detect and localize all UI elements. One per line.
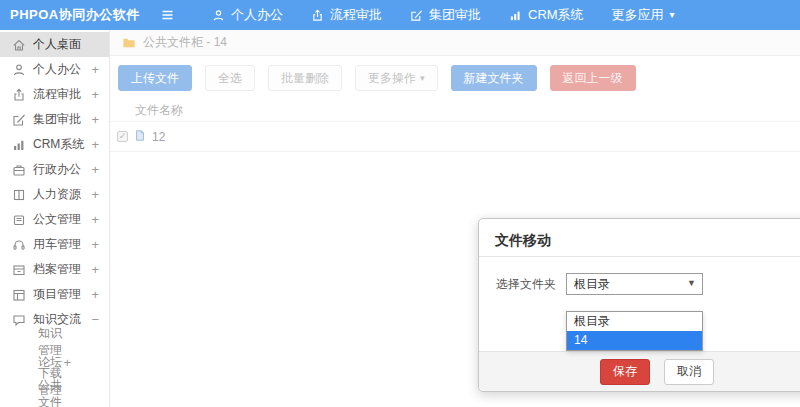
- nav-group-approval[interactable]: 集团审批: [396, 0, 495, 30]
- cancel-button[interactable]: 取消: [664, 359, 714, 385]
- row-checkbox-checked[interactable]: ✓: [117, 131, 128, 142]
- headset-icon: [12, 238, 26, 252]
- nav-crm-system[interactable]: CRM系统: [495, 0, 598, 30]
- edit-icon: [410, 9, 423, 22]
- select-caret-icon: ▼: [687, 278, 696, 288]
- edit-icon: [12, 113, 26, 127]
- select-all-button[interactable]: 全选: [205, 65, 255, 91]
- sidebar-subitem-knowledge-mgmt[interactable]: 知识管理: [0, 332, 109, 352]
- nav-more-apps[interactable]: 更多应用 ▾: [598, 0, 689, 30]
- briefcase-icon: [12, 163, 26, 177]
- upload-file-button[interactable]: 上传文件: [118, 65, 192, 91]
- folder-icon: [122, 36, 136, 49]
- share-upload-icon: [311, 9, 324, 22]
- sidebar-subitem-public-file-cabinet[interactable]: 公共文件柜: [0, 392, 109, 407]
- dialog-title: 文件移动: [495, 232, 551, 248]
- dialog-footer: 保存 取消: [479, 351, 800, 391]
- share-upload-icon: [12, 88, 26, 102]
- folder-select[interactable]: 根目录 ▼: [566, 273, 703, 295]
- caret-down-icon: ▾: [420, 74, 425, 83]
- sidebar-item-hr[interactable]: 人力资源 +: [0, 182, 109, 207]
- option-14[interactable]: 14: [567, 331, 702, 350]
- nav-personal-office[interactable]: 个人办公: [198, 0, 297, 30]
- app-logo: PHPOA协同办公软件: [0, 6, 148, 24]
- home-icon: [12, 38, 26, 52]
- breadcrumb-text: 公共文件柜 - 14: [143, 34, 227, 51]
- sidebar-item-personal-desktop[interactable]: 个人桌面: [0, 32, 109, 57]
- bar-chart-icon: [12, 138, 26, 152]
- top-navigation: 个人办公 流程审批 集团审批 CRM系统 更多应用 ▾: [198, 0, 689, 30]
- sidebar-item-document-mgmt[interactable]: 公文管理 +: [0, 207, 109, 232]
- option-root-directory[interactable]: 根目录: [567, 312, 702, 331]
- toolbar: 上传文件 全选 批量删除 更多操作 ▾ 新建文件夹 返回上一级: [110, 56, 800, 91]
- sidebar: 个人桌面 个人办公 + 流程审批 + 集团审批 + CRM系统 + 行政办公 +…: [0, 30, 110, 407]
- book-icon: [12, 188, 26, 202]
- archive-icon: [12, 263, 26, 277]
- batch-delete-button[interactable]: 批量删除: [268, 65, 342, 91]
- sidebar-item-admin-office[interactable]: 行政办公 +: [0, 157, 109, 182]
- file-list-header: 文件名称: [110, 98, 800, 122]
- chat-bubble-icon: [12, 313, 26, 327]
- sidebar-item-project-mgmt[interactable]: 项目管理 +: [0, 282, 109, 307]
- bar-chart-icon: [509, 9, 522, 22]
- sidebar-item-workflow-approval[interactable]: 流程审批 +: [0, 82, 109, 107]
- select-folder-label: 选择文件夹: [496, 276, 558, 293]
- more-actions-button[interactable]: 更多操作 ▾: [355, 65, 438, 91]
- sidebar-item-crm[interactable]: CRM系统 +: [0, 132, 109, 157]
- sidebar-item-group-approval[interactable]: 集团审批 +: [0, 107, 109, 132]
- go-back-button[interactable]: 返回上一级: [550, 65, 636, 91]
- sidebar-item-personal-office[interactable]: 个人办公 +: [0, 57, 109, 82]
- project-grid-icon: [12, 288, 26, 302]
- folder-select-dropdown: 根目录 14: [566, 311, 703, 351]
- file-row[interactable]: ✓ 12: [110, 122, 800, 152]
- user-icon: [212, 9, 225, 22]
- selected-folder-value: 根目录: [574, 276, 610, 293]
- sidebar-item-knowledge-exchange[interactable]: 知识交流 −: [0, 307, 109, 332]
- hamburger-menu-icon[interactable]: [148, 8, 186, 22]
- user-icon: [12, 63, 26, 77]
- dialog-header: 文件移动: [479, 219, 800, 257]
- document-icon: [12, 213, 26, 227]
- new-folder-button[interactable]: 新建文件夹: [451, 65, 537, 91]
- caret-down-icon: ▾: [670, 10, 675, 20]
- sidebar-item-archive-mgmt[interactable]: 档案管理 +: [0, 257, 109, 282]
- file-icon: [134, 129, 146, 145]
- breadcrumb: 公共文件柜 - 14: [110, 30, 800, 56]
- nav-workflow-approval[interactable]: 流程审批: [297, 0, 396, 30]
- save-button[interactable]: 保存: [600, 359, 650, 385]
- file-name: 12: [152, 130, 165, 144]
- move-file-dialog: 文件移动 选择文件夹 根目录 ▼ 根目录 14 保存 取消: [478, 218, 800, 392]
- topbar: PHPOA协同办公软件 个人办公 流程审批 集团审批 CRM系统: [0, 0, 800, 30]
- sidebar-item-vehicle-mgmt[interactable]: 用车管理 +: [0, 232, 109, 257]
